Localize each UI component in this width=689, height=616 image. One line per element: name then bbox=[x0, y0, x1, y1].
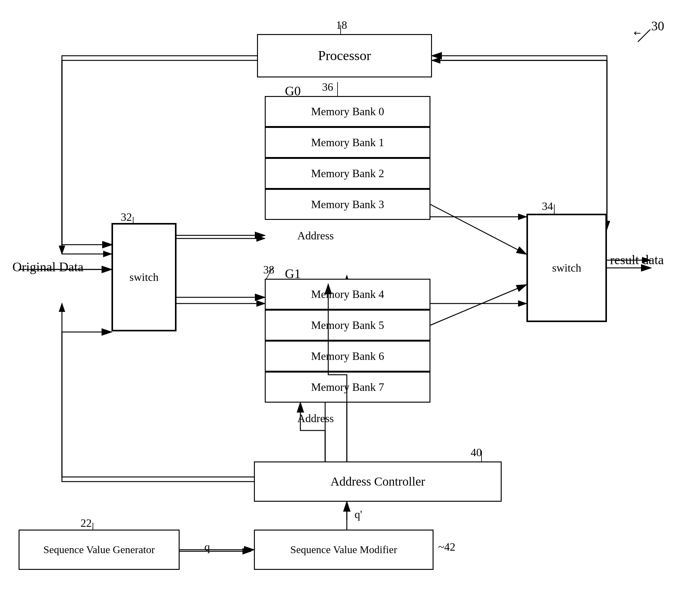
svg-line-25 bbox=[430, 204, 526, 254]
svg-line-34 bbox=[266, 268, 272, 279]
svg-line-26 bbox=[430, 285, 526, 325]
svg-line-37 bbox=[638, 29, 650, 42]
